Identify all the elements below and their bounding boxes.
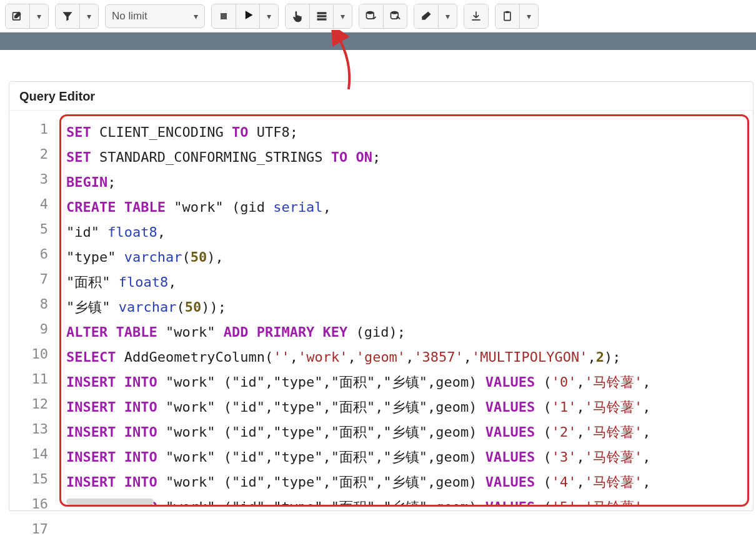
stop-button[interactable] <box>212 4 236 28</box>
code-highlight-box: SET CLIENT_ENCODING TO UTF8;SET STANDARD… <box>59 114 749 507</box>
clear-dropdown[interactable] <box>438 4 457 28</box>
explain-analyze-button[interactable] <box>309 4 333 28</box>
horizontal-scrollbar[interactable] <box>66 499 154 505</box>
explain-group <box>285 4 352 29</box>
svg-rect-8 <box>506 11 509 12</box>
explain-button[interactable] <box>286 4 309 28</box>
svg-rect-7 <box>504 12 510 20</box>
run-button[interactable] <box>236 4 259 28</box>
funnel-icon <box>61 10 74 22</box>
filter-button[interactable] <box>56 4 79 28</box>
copy-group <box>495 4 539 29</box>
svg-rect-4 <box>317 18 326 20</box>
svg-rect-1 <box>221 13 227 19</box>
database-check-icon <box>365 10 377 22</box>
secondary-bar <box>0 32 756 50</box>
filter-group <box>55 4 99 29</box>
code-content[interactable]: SET CLIENT_ENCODING TO UTF8;SET STANDARD… <box>66 120 742 507</box>
download-icon <box>470 10 482 22</box>
copy-dropdown[interactable] <box>519 4 538 28</box>
chevron-down-icon <box>194 10 198 22</box>
explain-dropdown[interactable] <box>333 4 352 28</box>
toolbar: No limit <box>0 0 756 32</box>
code-editor[interactable]: 1234567891011121314151617 SET CLIENT_ENC… <box>9 111 753 510</box>
svg-point-5 <box>367 11 374 14</box>
eraser-icon <box>420 10 432 22</box>
download-group <box>464 4 489 29</box>
edit-group <box>5 4 49 29</box>
rows-limit-select[interactable]: No limit <box>105 4 205 28</box>
panel-title: Query Editor <box>9 82 753 111</box>
svg-point-6 <box>390 11 398 14</box>
edit-button[interactable] <box>6 4 29 28</box>
pencil-square-icon <box>11 10 24 22</box>
transaction-group <box>359 4 407 29</box>
clear-button[interactable] <box>414 4 438 28</box>
line-gutter: 1234567891011121314151617 <box>9 111 59 510</box>
download-button[interactable] <box>464 4 488 28</box>
play-icon <box>242 9 254 21</box>
hand-pointer-icon <box>291 10 304 22</box>
filter-dropdown[interactable] <box>79 4 98 28</box>
rollback-button[interactable] <box>383 4 407 28</box>
copy-button[interactable] <box>495 4 519 28</box>
stop-icon <box>217 10 230 22</box>
rows-limit-label: No limit <box>112 10 147 22</box>
clear-group <box>414 4 457 29</box>
svg-rect-3 <box>317 15 326 17</box>
edit-dropdown[interactable] <box>29 4 48 28</box>
commit-button[interactable] <box>359 4 383 28</box>
clipboard-icon <box>501 10 514 22</box>
list-icon <box>316 10 328 22</box>
svg-rect-2 <box>317 12 326 14</box>
run-dropdown[interactable] <box>259 4 278 28</box>
database-undo-icon <box>389 10 402 22</box>
query-editor-panel: Query Editor 1234567891011121314151617 S… <box>9 81 754 511</box>
execute-group <box>211 4 279 29</box>
